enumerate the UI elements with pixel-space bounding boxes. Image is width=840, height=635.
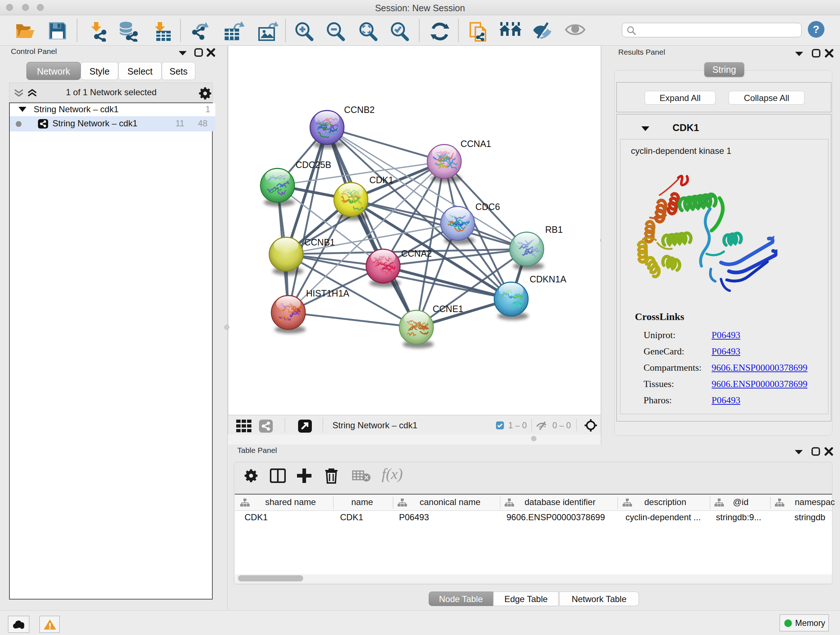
svg-text:RB1: RB1 <box>545 225 563 234</box>
svg-text:?: ? <box>813 23 819 35</box>
svg-text:CDC6: CDC6 <box>475 202 500 212</box>
svg-text:HIST1H1A: HIST1H1A <box>306 288 349 298</box>
svg-text:CCNA1: CCNA1 <box>461 139 491 149</box>
svg-text:CDK1: CDK1 <box>369 175 393 185</box>
svg-text:CCNE1: CCNE1 <box>433 304 463 314</box>
svg-text:CDKN1A: CDKN1A <box>530 274 567 284</box>
svg-text:CCNB1: CCNB1 <box>304 237 335 247</box>
svg-text:CDC25B: CDC25B <box>295 160 332 170</box>
svg-text:CCNA2: CCNA2 <box>401 249 432 258</box>
svg-text:CCNB2: CCNB2 <box>344 105 375 115</box>
